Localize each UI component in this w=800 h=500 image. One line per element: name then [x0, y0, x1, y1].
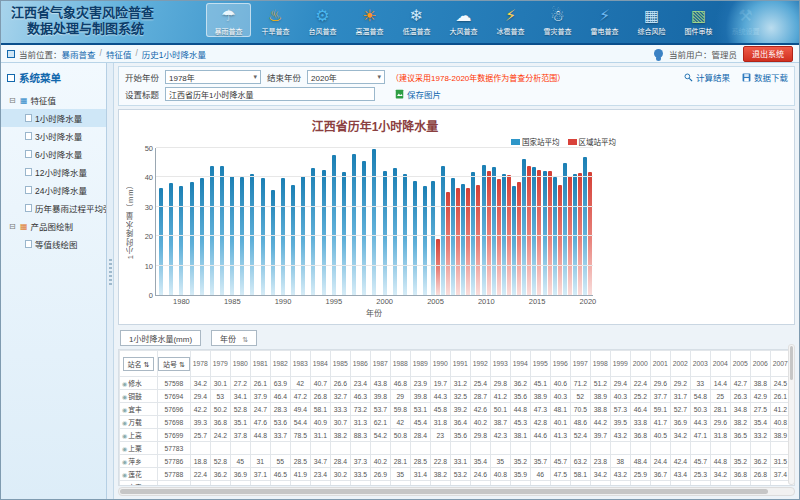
sidebar-splitter[interactable] — [107, 63, 114, 499]
station-sort-dropdown[interactable]: 站名 ⇅ — [123, 357, 155, 371]
value-cell: 34.3 — [710, 481, 730, 487]
toolbar-item-map-review[interactable]: ▧图件审核 — [676, 3, 721, 37]
value-cell: 46.4 — [270, 390, 290, 403]
station-name-cell[interactable]: ◉上栗 — [120, 442, 158, 455]
chart-title-input[interactable] — [165, 87, 375, 101]
tree-group-特征值[interactable]: ⊟▦特征值 — [1, 91, 106, 109]
station-name-cell[interactable]: ◉万载 — [120, 416, 158, 429]
value-cell: 36.8 — [210, 416, 230, 429]
radio-icon[interactable]: ◉ — [122, 420, 127, 426]
logout-button[interactable]: 退出系统 — [743, 46, 793, 62]
sidebar-item-历年暴雨过程平均强度[interactable]: 历年暴雨过程平均强度 — [1, 199, 106, 217]
breadcrumb-item[interactable]: 特征值 — [106, 48, 132, 60]
sidebar-item-12小时降水量[interactable]: 12小时降水量 — [1, 163, 106, 181]
sidebar-item-6小时降水量[interactable]: 6小时降水量 — [1, 145, 106, 163]
toolbar-item-rainstorm[interactable]: ☂暴雨普查 — [206, 3, 251, 37]
value-cell: 47.1 — [690, 429, 710, 442]
code-sort-dropdown[interactable]: 站号 ⇅ — [158, 357, 190, 371]
radio-icon[interactable]: ◉ — [122, 472, 127, 478]
table-row[interactable]: ◉上栗57783 — [120, 442, 791, 455]
table-row[interactable]: ◉宜丰5769642.250.252.824.728.349.458.133.3… — [120, 403, 791, 416]
splitter-handle-icon — [109, 259, 112, 285]
toolbar-item-label: 大风普查 — [441, 27, 486, 36]
start-year-select[interactable]: 1978年 ▾ — [165, 70, 261, 84]
save-image-button[interactable]: 保存图片 — [395, 88, 441, 100]
radio-icon[interactable]: ◉ — [122, 381, 127, 387]
value-cell: 43.2 — [610, 429, 630, 442]
radio-icon[interactable]: ◉ — [122, 446, 127, 452]
station-name-cell[interactable]: ◉萍乡 — [120, 455, 158, 468]
toolbar-item-typhoon[interactable]: ⚙台风普查 — [300, 3, 345, 37]
value-cell: 40.6 — [550, 377, 570, 390]
value-cell: 46.4 — [630, 403, 650, 416]
sidebar-item-3小时降水量[interactable]: 3小时降水量 — [1, 127, 106, 145]
value-cell: 29 — [390, 390, 410, 403]
table-row[interactable]: ◉上高5769925.724.237.844.833.778.531.138.2… — [120, 429, 791, 442]
expander-icon[interactable]: ⊟ — [9, 222, 17, 231]
value-cell: 52.3 — [350, 481, 370, 487]
value-cell: 70.5 — [570, 403, 590, 416]
value-cell: 44.2 — [590, 416, 610, 429]
table-row[interactable]: ◉萍乡5778618.852.845315528.534.728.437.340… — [120, 455, 791, 468]
value-cell: 30.7 — [330, 416, 350, 429]
table-row[interactable]: ◉万载5769839.336.835.147.653.654.440.930.7… — [120, 416, 791, 429]
value-cell: 36.8 — [730, 468, 750, 481]
horizontal-scrollbar[interactable] — [118, 487, 795, 496]
toolbar-item-label: 综合风险 — [629, 27, 674, 36]
value-cell: 23.9 — [190, 481, 210, 487]
toolbar-item-lightning[interactable]: ⚡雷电普查 — [582, 3, 627, 37]
value-cell: 57.3 — [610, 403, 630, 416]
value-cell: 48.4 — [630, 455, 650, 468]
col-header-year-1985: 1985 — [330, 351, 350, 377]
end-year-select[interactable]: 2020年 ▾ — [307, 70, 385, 84]
station-name-cell[interactable]: ◉宜春 — [120, 481, 158, 487]
value-cell: 32.5 — [450, 390, 470, 403]
toolbar-item-gale[interactable]: ☁大风普查 — [441, 3, 486, 37]
station-name-cell[interactable]: ◉宜丰 — [120, 403, 158, 416]
year-sort-dropdown[interactable]: 年份 ⇅ — [211, 330, 257, 346]
radio-icon[interactable]: ◉ — [122, 433, 127, 439]
table-row[interactable]: ◉修水5759834.230.127.226.163.94240.726.623… — [120, 377, 791, 390]
col-header-year-1978: 1978 — [190, 351, 210, 377]
toolbar-item-risk[interactable]: ▦综合风险 — [629, 3, 674, 37]
radio-icon[interactable]: ◉ — [122, 394, 127, 400]
station-name-cell[interactable]: ◉莲花 — [120, 468, 158, 481]
table-row[interactable]: ◉铜鼓5769429.45334.137.946.447.226.832.746… — [120, 390, 791, 403]
filter-row-title: 设置标题 保存图片 — [125, 87, 788, 101]
download-button[interactable]: 数据下载 — [742, 71, 788, 83]
sidebar-item-1小时降水量[interactable]: 1小时降水量 — [1, 109, 106, 127]
toolbar-item-hail[interactable]: ⚡冰雹普查 — [488, 3, 533, 37]
value-cell: 35.2 — [510, 455, 530, 468]
toolbar-item-low-temp[interactable]: ❄低温普查 — [394, 3, 439, 37]
value-cell: 51.2 — [590, 377, 610, 390]
station-name-cell[interactable]: ◉上高 — [120, 429, 158, 442]
breadcrumb-item[interactable]: 暴雨普查 — [62, 48, 96, 60]
value-cell: 25.9 — [630, 468, 650, 481]
toolbar-item-drought[interactable]: ♨干旱普查 — [253, 3, 298, 37]
bar-group-2012 — [501, 148, 511, 295]
radio-icon[interactable]: ◉ — [122, 459, 127, 465]
station-name-cell[interactable]: ◉修水 — [120, 377, 158, 390]
sidebar-item-等值线绘图[interactable]: 等值线绘图 — [1, 235, 106, 253]
station-name-cell[interactable]: ◉铜鼓 — [120, 390, 158, 403]
sidebar-item-24小时降水量[interactable]: 24小时降水量 — [1, 181, 106, 199]
calculate-button[interactable]: 计算结果 — [684, 71, 730, 83]
tree-group-产品图绘制[interactable]: ⊟▦产品图绘制 — [1, 217, 106, 235]
radio-icon[interactable]: ◉ — [122, 407, 127, 413]
radio-icon[interactable]: ◉ — [122, 485, 127, 486]
table-vertical-scrollbar[interactable] — [788, 344, 795, 485]
sidebar: 系统菜单 ⊟▦特征值1小时降水量3小时降水量6小时降水量12小时降水量24小时降… — [1, 63, 107, 499]
value-cell: 42.2 — [190, 403, 210, 416]
toolbar-item-settings[interactable]: ⚒系统设置 — [723, 3, 768, 37]
expander-icon[interactable]: ⊟ — [9, 96, 17, 105]
value-cell — [650, 442, 670, 455]
value-cell: 44.2 — [530, 481, 550, 487]
horizontal-scroll-thumb[interactable] — [120, 489, 768, 494]
value-cell: 21.4 — [270, 481, 290, 487]
vertical-scroll-thumb[interactable] — [790, 346, 793, 380]
toolbar-item-snow[interactable]: ☃雪灾普查 — [535, 3, 580, 37]
breadcrumb-item[interactable]: 历史1小时降水量 — [142, 48, 206, 60]
table-row[interactable]: ◉宜春5779323.928.538.545.521.446.532.842.8… — [120, 481, 791, 487]
table-row[interactable]: ◉莲花5778822.436.236.937.146.541.923.430.2… — [120, 468, 791, 481]
toolbar-item-high-temp[interactable]: ☀高温普查 — [347, 3, 392, 37]
